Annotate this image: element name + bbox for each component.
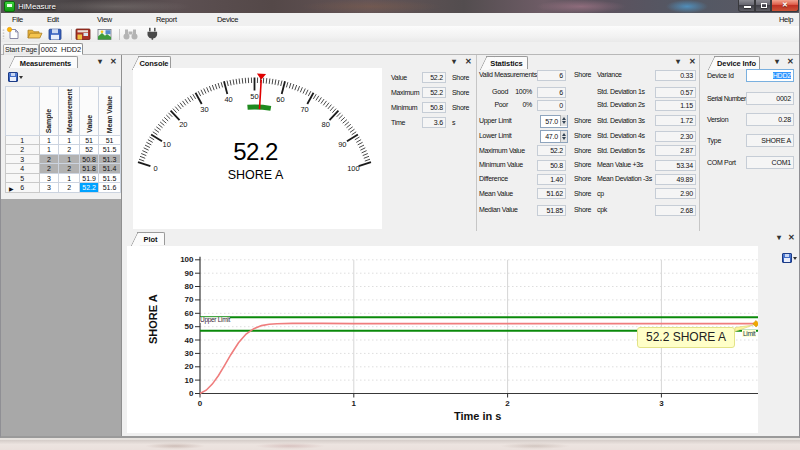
- svg-text:60: 60: [276, 95, 284, 104]
- svg-text:50: 50: [250, 92, 258, 101]
- svg-text:90: 90: [185, 269, 194, 278]
- svg-text:40: 40: [185, 336, 194, 345]
- svg-text:100: 100: [180, 255, 194, 264]
- svg-text:30: 30: [185, 349, 194, 358]
- svg-text:20: 20: [179, 120, 187, 129]
- svg-text:80: 80: [322, 120, 330, 129]
- svg-text:30: 30: [200, 105, 208, 114]
- svg-text:60: 60: [185, 309, 194, 318]
- svg-text:70: 70: [300, 105, 308, 114]
- svg-text:0: 0: [198, 399, 203, 408]
- svg-text:0: 0: [189, 389, 194, 398]
- svg-text:10: 10: [185, 376, 194, 385]
- svg-text:2: 2: [505, 399, 510, 408]
- svg-text:1: 1: [352, 399, 357, 408]
- svg-text:3: 3: [659, 399, 664, 408]
- svg-text:50: 50: [185, 322, 194, 331]
- svg-text:20: 20: [185, 362, 194, 371]
- svg-text:80: 80: [185, 282, 194, 291]
- svg-text:70: 70: [185, 295, 194, 304]
- svg-text:40: 40: [224, 95, 232, 104]
